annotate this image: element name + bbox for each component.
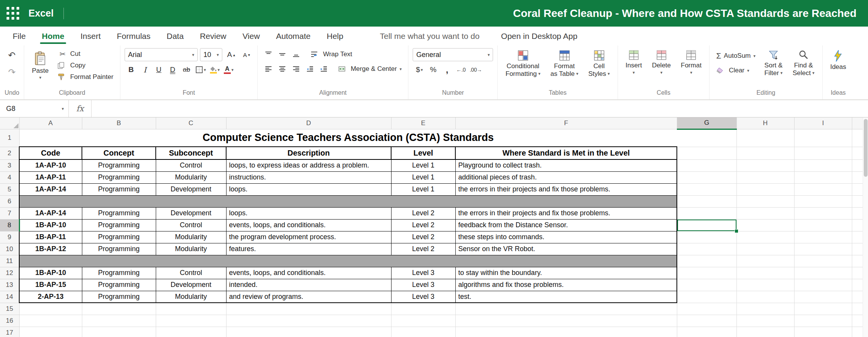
cell-G13[interactable]: [677, 279, 736, 291]
tell-me-box[interactable]: Tell me what you want to do: [374, 32, 486, 41]
cell-I2[interactable]: [794, 147, 852, 159]
format-as-table-button[interactable]: Format as Table▾: [547, 48, 582, 79]
cell-D3[interactable]: loops, to express ideas or address a pro…: [226, 159, 391, 171]
row-header-2[interactable]: 2: [0, 147, 19, 159]
font-size-select[interactable]: 10 ▾: [200, 48, 222, 61]
cell-B4[interactable]: Programming: [82, 171, 156, 183]
cell-C13[interactable]: Development: [156, 279, 226, 291]
percent-format-button[interactable]: %: [427, 64, 440, 76]
cell-D4[interactable]: instructions.: [226, 171, 391, 183]
menu-tab-file[interactable]: File: [5, 27, 34, 45]
cell-B9[interactable]: Programming: [82, 231, 156, 243]
scrollbar-thumb[interactable]: [864, 119, 868, 177]
table-header-subconcept[interactable]: Subconcept: [156, 147, 226, 159]
number-format-select[interactable]: General ▾: [413, 48, 493, 61]
currency-format-button[interactable]: $▾: [413, 64, 426, 76]
cell-A3[interactable]: 1A-AP-10: [19, 159, 82, 171]
open-in-desktop-button[interactable]: Open in Desktop App: [495, 32, 583, 41]
decrease-indent-button[interactable]: [303, 63, 317, 75]
cell-F10[interactable]: Sensor on the VR Robot.: [455, 243, 677, 255]
cell-E8[interactable]: Level 2: [391, 219, 455, 231]
align-bottom-button[interactable]: [290, 48, 303, 60]
row-header-14[interactable]: 14: [0, 291, 19, 303]
cell-C5[interactable]: Development: [156, 183, 226, 195]
cell-F16[interactable]: [455, 315, 677, 327]
cell-D16[interactable]: [226, 315, 391, 327]
cell-B8[interactable]: Programming: [82, 219, 156, 231]
strikethrough-button[interactable]: ab: [180, 64, 193, 76]
cell-I1[interactable]: [794, 129, 852, 147]
cell-A14[interactable]: 2-AP-13: [19, 291, 82, 303]
cell-D5[interactable]: loops.: [226, 183, 391, 195]
cell-H14[interactable]: [736, 291, 794, 303]
cell-G12[interactable]: [677, 267, 736, 279]
cell-F4[interactable]: additional pieces of trash.: [455, 171, 677, 183]
cell-H3[interactable]: [736, 159, 794, 171]
align-top-button[interactable]: [262, 48, 275, 60]
row-header-11[interactable]: 11: [0, 255, 19, 267]
increase-indent-button[interactable]: [317, 63, 330, 75]
bold-button[interactable]: B: [125, 64, 138, 76]
cell-E10[interactable]: Level 2: [391, 243, 455, 255]
cell-D8[interactable]: events, loops, and conditionals.: [226, 219, 391, 231]
cell-E4[interactable]: Level 1: [391, 171, 455, 183]
cell-G4[interactable]: [677, 171, 736, 183]
cell-H7[interactable]: [736, 207, 794, 219]
cell-F7[interactable]: the errors in their projects and fix tho…: [455, 207, 677, 219]
cell-G14[interactable]: [677, 291, 736, 303]
menu-tab-formulas[interactable]: Formulas: [109, 27, 159, 45]
cell-G5[interactable]: [677, 183, 736, 195]
row-header-17[interactable]: 17: [0, 327, 19, 337]
row-header-13[interactable]: 13: [0, 279, 19, 291]
cell-H4[interactable]: [736, 171, 794, 183]
cell-G1[interactable]: [677, 129, 736, 147]
align-right-button[interactable]: [290, 63, 303, 75]
cell-C15[interactable]: [156, 303, 226, 315]
cell-G8[interactable]: [677, 219, 736, 231]
cell-E15[interactable]: [391, 303, 455, 315]
cell-I10[interactable]: [794, 243, 852, 255]
font-color-button[interactable]: A ▾: [222, 64, 235, 76]
cell-A5[interactable]: 1A-AP-14: [19, 183, 82, 195]
menu-tab-home[interactable]: Home: [34, 27, 72, 45]
double-underline-button[interactable]: D: [166, 64, 179, 76]
cell-B10[interactable]: Programming: [82, 243, 156, 255]
cell-E13[interactable]: Level 3: [391, 279, 455, 291]
cell-B14[interactable]: Programming: [82, 291, 156, 303]
cell-C8[interactable]: Control: [156, 219, 226, 231]
row-header-15[interactable]: 15: [0, 303, 19, 315]
cell-A15[interactable]: [19, 303, 82, 315]
column-header-D[interactable]: D: [226, 117, 391, 129]
separator-row-11[interactable]: [19, 255, 677, 267]
cell-B15[interactable]: [82, 303, 156, 315]
cell-H17[interactable]: [736, 327, 794, 337]
column-header-G[interactable]: G: [677, 117, 736, 129]
cell-B13[interactable]: Programming: [82, 279, 156, 291]
row-header-9[interactable]: 9: [0, 231, 19, 243]
wrap-text-button[interactable]: Wrap Text: [308, 49, 355, 60]
align-middle-button[interactable]: [276, 48, 289, 60]
cell-A4[interactable]: 1A-AP-11: [19, 171, 82, 183]
name-box[interactable]: G8 ▾: [0, 100, 68, 117]
cell-E7[interactable]: Level 2: [391, 207, 455, 219]
cell-H2[interactable]: [736, 147, 794, 159]
cell-C16[interactable]: [156, 315, 226, 327]
cell-D17[interactable]: [226, 327, 391, 337]
cell-C14[interactable]: Modularity: [156, 291, 226, 303]
vertical-scrollbar[interactable]: [863, 117, 868, 337]
formula-input[interactable]: [92, 100, 868, 117]
cell-B12[interactable]: Programming: [82, 267, 156, 279]
column-header-A[interactable]: A: [19, 117, 82, 129]
cell-H15[interactable]: [736, 303, 794, 315]
menu-tab-view[interactable]: View: [234, 27, 268, 45]
increase-decimal-button[interactable]: ←.0: [454, 64, 467, 76]
delete-cells-button[interactable]: Delete ▾: [648, 48, 674, 76]
cell-C3[interactable]: Control: [156, 159, 226, 171]
row-header-12[interactable]: 12: [0, 267, 19, 279]
cell-I8[interactable]: [794, 219, 852, 231]
fill-color-button[interactable]: ▾: [208, 64, 221, 76]
autosum-button[interactable]: Σ AutoSum ▾: [714, 50, 758, 62]
cell-F5[interactable]: the errors in their projects and fix tho…: [455, 183, 677, 195]
cell-H13[interactable]: [736, 279, 794, 291]
cell-A10[interactable]: 1B-AP-12: [19, 243, 82, 255]
